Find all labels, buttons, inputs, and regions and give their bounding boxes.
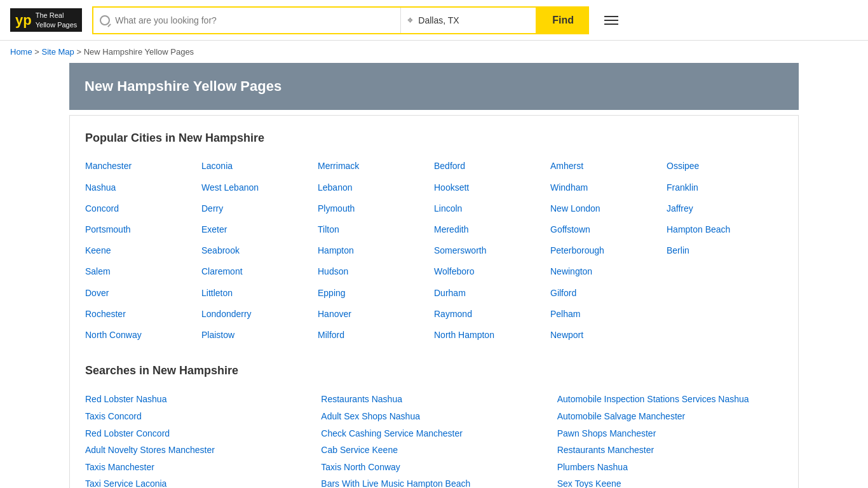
search-link[interactable]: Automobile Inspection Stations Services …: [557, 391, 783, 408]
city-link[interactable]: Merrimack: [318, 158, 434, 174]
search-where-input[interactable]: [418, 15, 529, 25]
logo-box: yp The Real Yellow Pages: [10, 8, 82, 32]
search-link[interactable]: Automobile Salvage Manchester: [557, 408, 783, 425]
city-link[interactable]: Plymouth: [318, 201, 434, 217]
city-link[interactable]: Manchester: [85, 158, 201, 174]
search-what-input[interactable]: [115, 15, 394, 25]
breadcrumb-current: New Hampshire Yellow Pages: [84, 47, 194, 57]
page-title: New Hampshire Yellow Pages: [85, 78, 783, 95]
search-link[interactable]: Pawn Shops Manchester: [557, 425, 783, 442]
city-link[interactable]: Tilton: [318, 222, 434, 238]
search-link[interactable]: Taxis Concord: [85, 408, 311, 425]
searches-grid: Red Lobster NashuaTaxis ConcordRed Lobst…: [85, 391, 783, 488]
city-link[interactable]: Somersworth: [434, 243, 550, 259]
city-link[interactable]: New London: [550, 201, 667, 217]
breadcrumb-sitemap[interactable]: Site Map: [42, 47, 74, 57]
logo-tagline: The Real Yellow Pages: [36, 11, 78, 29]
search-link[interactable]: Check Cashing Service Manchester: [321, 425, 546, 442]
city-link[interactable]: Durham: [434, 285, 550, 301]
city-link[interactable]: Ossipee: [667, 158, 783, 174]
breadcrumb-sep-2: >: [76, 47, 83, 57]
search-link[interactable]: Taxi Service Laconia: [85, 475, 311, 488]
city-link[interactable]: Littleton: [201, 285, 318, 301]
city-link[interactable]: Windham: [550, 180, 667, 196]
city-link[interactable]: Meredith: [434, 222, 550, 238]
city-link[interactable]: Bedford: [434, 158, 550, 174]
main-content: New Hampshire Yellow Pages Popular Citie…: [59, 63, 809, 488]
city-link[interactable]: Peterborough: [550, 243, 667, 259]
city-link[interactable]: Berlin: [667, 243, 783, 259]
search-what-container: [93, 8, 401, 33]
city-link[interactable]: Dover: [85, 285, 201, 301]
city-link[interactable]: Rochester: [85, 306, 201, 322]
city-link[interactable]: Londonderry: [201, 306, 318, 322]
city-link[interactable]: Keene: [85, 243, 201, 259]
search-icon: [100, 15, 110, 25]
city-link[interactable]: Claremont: [201, 264, 318, 280]
search-link[interactable]: Adult Sex Shops Nashua: [321, 408, 546, 425]
city-link[interactable]: Lincoln: [434, 201, 550, 217]
searches-title: Searches in New Hampshire: [85, 363, 783, 378]
search-link[interactable]: Sex Toys Keene: [557, 475, 783, 488]
search-link[interactable]: Taxis Manchester: [85, 459, 311, 476]
search-link[interactable]: Adult Novelty Stores Manchester: [85, 442, 311, 459]
cities-grid: ManchesterLaconiaMerrimackBedfordAmherst…: [85, 158, 783, 343]
hamburger-line-3: [604, 24, 618, 25]
city-link[interactable]: Epping: [318, 285, 434, 301]
search-link[interactable]: Cab Service Keene: [321, 442, 546, 459]
city-link[interactable]: Exeter: [201, 222, 318, 238]
city-link[interactable]: Portsmouth: [85, 222, 201, 238]
city-link[interactable]: Seabrook: [201, 243, 318, 259]
city-link[interactable]: Salem: [85, 264, 201, 280]
search-link[interactable]: Taxis North Conway: [321, 459, 546, 476]
city-link[interactable]: Hampton: [318, 243, 434, 259]
city-link[interactable]: Jaffrey: [667, 201, 783, 217]
page-banner: New Hampshire Yellow Pages: [69, 63, 799, 110]
city-link[interactable]: Hudson: [318, 264, 434, 280]
city-link[interactable]: Goffstown: [550, 222, 667, 238]
city-link[interactable]: Franklin: [667, 180, 783, 196]
city-link[interactable]: Newington: [550, 264, 667, 280]
city-link[interactable]: West Lebanon: [201, 180, 318, 196]
search-where-container: ⌖: [401, 8, 536, 33]
popular-cities-section: Popular Cities in New Hampshire Manchest…: [85, 131, 783, 343]
hamburger-line-1: [604, 16, 618, 17]
city-link[interactable]: Hanover: [318, 306, 434, 322]
search-link[interactable]: Bars With Live Music Hampton Beach: [321, 475, 546, 488]
city-link[interactable]: Nashua: [85, 180, 201, 196]
city-link[interactable]: Amherst: [550, 158, 667, 174]
search-link[interactable]: Red Lobster Nashua: [85, 391, 311, 408]
city-link[interactable]: Hampton Beach: [667, 222, 783, 238]
city-link[interactable]: Milford: [318, 327, 434, 343]
location-icon: ⌖: [407, 15, 413, 26]
logo-area[interactable]: yp The Real Yellow Pages: [10, 8, 82, 32]
yp-logo-letters: yp: [15, 12, 32, 29]
city-link[interactable]: North Hampton: [434, 327, 550, 343]
searches-section: Searches in New Hampshire Red Lobster Na…: [85, 363, 783, 488]
breadcrumb: Home > Site Map > New Hampshire Yellow P…: [0, 41, 868, 63]
header: yp The Real Yellow Pages ⌖ Find: [0, 0, 868, 41]
city-link[interactable]: Laconia: [201, 158, 318, 174]
city-link[interactable]: Wolfeboro: [434, 264, 550, 280]
breadcrumb-home[interactable]: Home: [10, 47, 32, 57]
city-link[interactable]: North Conway: [85, 327, 201, 343]
city-link[interactable]: Derry: [201, 201, 318, 217]
search-bar: ⌖: [92, 6, 537, 34]
search-link[interactable]: Restaurants Nashua: [321, 391, 546, 408]
city-link[interactable]: Hooksett: [434, 180, 550, 196]
searches-col1: Red Lobster NashuaTaxis ConcordRed Lobst…: [85, 391, 311, 488]
city-link[interactable]: Lebanon: [318, 180, 434, 196]
find-button[interactable]: Find: [537, 6, 589, 34]
search-link[interactable]: Red Lobster Concord: [85, 425, 311, 442]
hamburger-line-2: [604, 20, 618, 21]
popular-cities-title: Popular Cities in New Hampshire: [85, 131, 783, 146]
search-link[interactable]: Restaurants Manchester: [557, 442, 783, 459]
city-link[interactable]: Raymond: [434, 306, 550, 322]
hamburger-menu[interactable]: [599, 11, 623, 30]
city-link[interactable]: Gilford: [550, 285, 667, 301]
city-link[interactable]: Newport: [550, 327, 667, 343]
search-link[interactable]: Plumbers Nashua: [557, 459, 783, 476]
city-link[interactable]: Pelham: [550, 306, 667, 322]
city-link[interactable]: Concord: [85, 201, 201, 217]
city-link[interactable]: Plaistow: [201, 327, 318, 343]
